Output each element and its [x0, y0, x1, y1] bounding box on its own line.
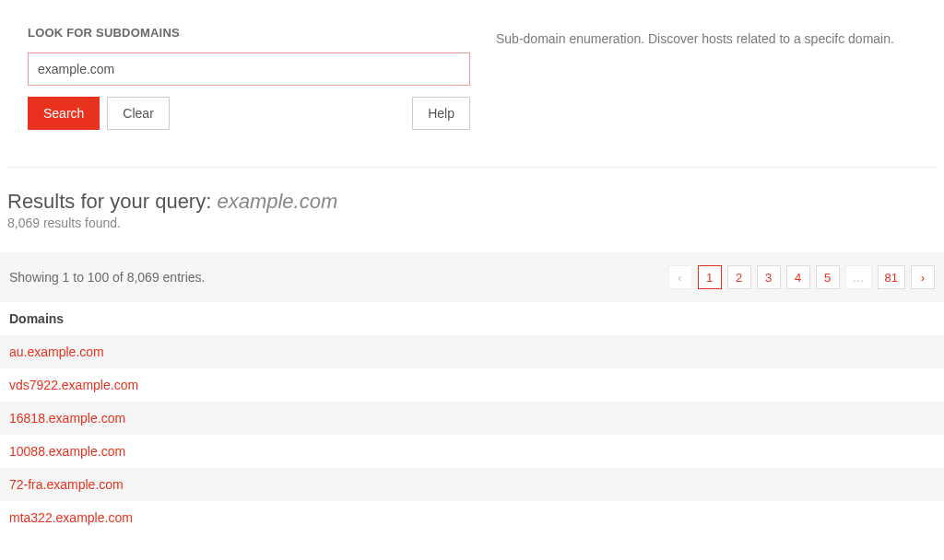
table-row: 10088.example.com: [0, 435, 944, 468]
domain-search-input[interactable]: [28, 52, 470, 86]
section-title: LOOK FOR SUBDOMAINS: [28, 26, 470, 40]
page-4[interactable]: 4: [786, 265, 810, 289]
section-description: Sub-domain enumeration. Discover hosts r…: [496, 31, 916, 46]
domain-link[interactable]: 10088.example.com: [9, 444, 125, 459]
table-row: vds7922.example.com: [0, 368, 944, 402]
page-1[interactable]: 1: [698, 265, 722, 289]
search-button[interactable]: Search: [28, 97, 100, 130]
results-title: Results for your query: example.com: [7, 190, 937, 214]
page-5[interactable]: 5: [816, 265, 840, 289]
domain-link[interactable]: mta322.example.com: [9, 510, 133, 525]
results-title-query: example.com: [217, 190, 337, 213]
table-row: 16818.example.com: [0, 402, 944, 435]
clear-button[interactable]: Clear: [107, 97, 169, 130]
help-button[interactable]: Help: [412, 97, 470, 130]
pagination: ‹ 1 2 3 4 5 … 81 ›: [668, 265, 935, 289]
results-count: 8,069 results found.: [7, 216, 937, 230]
page-prev[interactable]: ‹: [668, 265, 692, 289]
page-next[interactable]: ›: [911, 265, 935, 289]
page-ellipsis: …: [845, 265, 872, 289]
domain-link[interactable]: vds7922.example.com: [9, 378, 138, 392]
table-row: 72-fra.example.com: [0, 468, 944, 501]
page-2[interactable]: 2: [727, 265, 751, 289]
results-table: Domains au.example.com vds7922.example.c…: [0, 302, 944, 534]
table-row: mta322.example.com: [0, 501, 944, 534]
page-3[interactable]: 3: [757, 265, 781, 289]
table-row: au.example.com: [0, 335, 944, 368]
page-last[interactable]: 81: [878, 265, 905, 289]
domain-link[interactable]: 16818.example.com: [9, 411, 125, 426]
divider: [7, 167, 937, 168]
showing-entries: Showing 1 to 100 of 8,069 entries.: [9, 270, 205, 285]
domain-link[interactable]: 72-fra.example.com: [9, 477, 124, 492]
domain-link[interactable]: au.example.com: [9, 344, 104, 359]
column-header-domains: Domains: [0, 302, 944, 335]
results-title-prefix: Results for your query:: [7, 190, 217, 213]
